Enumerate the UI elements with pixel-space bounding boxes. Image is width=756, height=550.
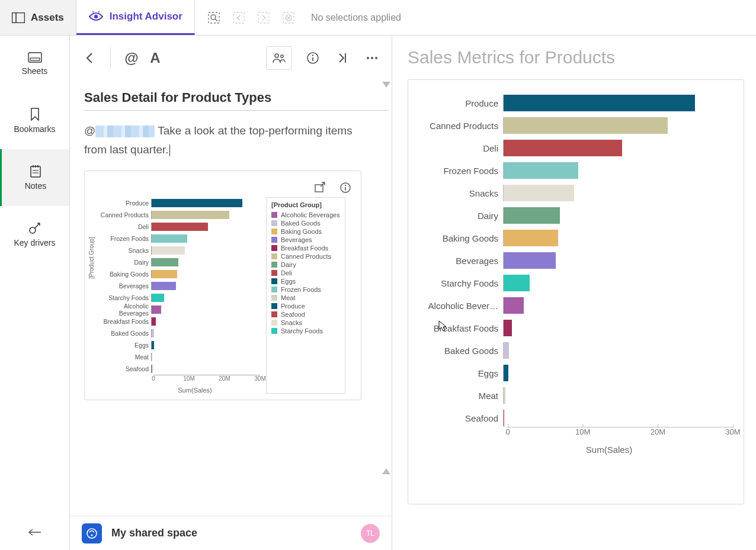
legend-item[interactable]: Alcoholic Beverages [271,211,340,219]
bar-row[interactable]: Starchy Foods [414,274,733,292]
bar[interactable] [504,230,558,246]
bar-row[interactable]: Seafood [414,409,733,427]
chart-snapshot[interactable]: [Product Group] ProduceCanned ProductsDe… [84,171,361,400]
bar-row[interactable]: Snacks [414,184,733,202]
bar-row[interactable]: Deli [414,139,733,157]
sidebar-item-notes[interactable]: Notes [0,149,69,206]
bar[interactable] [504,275,530,291]
back-button[interactable] [81,49,98,67]
legend-label: Canned Products [281,253,331,260]
legend-item[interactable]: Seafood [271,310,340,319]
legend-label: Baked Goods [281,220,321,227]
sidebar-item-sheets[interactable]: Sheets [0,36,69,92]
insight-advisor-button[interactable]: Insight Advisor [76,0,195,35]
legend-label: Alcoholic Beverages [281,211,340,218]
bar-row[interactable]: Beverages [414,252,733,269]
bar[interactable] [504,117,668,134]
bar[interactable] [504,252,556,269]
collapse-right-button[interactable] [334,49,351,67]
svg-point-24 [275,54,278,57]
bar-area [503,162,733,179]
bar[interactable] [504,410,504,426]
bar-row[interactable]: Produce [414,94,733,112]
mini-bar-label: Alcoholic Beverages [94,303,151,317]
share-users-button[interactable] [266,46,292,70]
bar[interactable] [504,342,509,359]
mini-bar [152,317,156,326]
info-button[interactable] [304,49,322,67]
mini-bar-row: Deli [94,221,260,233]
bar-row[interactable]: Dairy [414,207,733,224]
bar-label: Frozen Foods [414,166,503,176]
legend-item[interactable]: Meat [271,294,340,302]
legend-item[interactable]: Frozen Foods [271,285,340,294]
export-icon[interactable] [315,182,326,194]
mention-prefix: @ [84,124,95,137]
bar-row[interactable]: Baked Goods [414,342,733,359]
bar-row[interactable]: Meat [414,387,733,404]
mention-chip[interactable] [95,126,155,137]
legend-label: Snacks [281,319,302,326]
mention-button[interactable]: @ [123,49,140,67]
bar-row[interactable]: Alcoholic Bever… [414,297,733,314]
bar[interactable] [504,185,574,201]
bar[interactable] [504,140,622,156]
bar-row[interactable]: Frozen Foods [414,162,733,179]
bar[interactable] [504,365,508,381]
legend-item[interactable]: Canned Products [271,252,340,260]
svg-point-6 [211,15,216,20]
bar[interactable] [504,320,512,336]
collapse-sidebar-button[interactable] [0,514,69,550]
legend-swatch [271,270,277,276]
user-avatar[interactable]: TL [361,524,380,543]
bar[interactable] [504,387,505,404]
legend: [Product Group] Alcoholic BeveragesBaked… [266,197,345,394]
bar[interactable] [504,207,560,224]
bar-area [503,342,733,359]
mini-bar [152,234,187,243]
legend-item[interactable]: Dairy [271,260,340,269]
scroll-down-icon[interactable] [382,468,390,474]
mini-bar-label: Meat [94,353,151,361]
mini-bar [152,223,208,231]
bar-row[interactable]: Eggs [414,364,733,382]
mini-bar-label: Seafood [94,365,151,372]
svg-point-25 [281,55,284,58]
legend-item[interactable]: Breakfast Foods [271,244,340,252]
sales-bar-chart[interactable]: ProduceCanned ProductsDeliFrozen FoodsSn… [408,79,744,504]
bar[interactable] [504,297,524,314]
svg-rect-9 [258,12,269,23]
legend-item[interactable]: Deli [271,269,340,277]
info-icon[interactable] [339,182,351,194]
panel-icon [12,12,25,23]
sidebar-item-keydrivers[interactable]: Key drivers [0,206,69,263]
legend-item[interactable]: Starchy Foods [271,327,340,335]
legend-item[interactable]: Baked Goods [271,219,340,227]
text-format-button[interactable]: A [146,49,164,67]
bar[interactable] [504,162,578,179]
bar-row[interactable]: Canned Products [414,117,733,134]
legend-item[interactable]: Snacks [271,319,340,327]
legend-item[interactable]: Beverages [271,236,340,244]
bar-area [503,410,733,426]
scroll-up-icon[interactable] [382,82,390,88]
note-text[interactable]: @ Take a look at the top-performing item… [84,121,388,160]
legend-swatch [271,320,277,326]
note-body[interactable]: Sales Detail for Product Types @ Take a … [70,82,392,516]
bar-row[interactable]: Breakfast Foods [414,319,733,337]
legend-label: Beverages [281,236,312,243]
bar[interactable] [504,95,695,111]
note-title[interactable]: Sales Detail for Product Types [84,90,388,105]
more-button[interactable] [363,49,381,67]
legend-item[interactable]: Produce [271,302,340,310]
space-icon[interactable] [82,523,102,543]
sidebar-item-bookmarks[interactable]: Bookmarks [0,92,69,149]
assets-button[interactable]: Assets [0,0,76,35]
space-label[interactable]: My shared space [111,527,197,539]
bar-label: Snacks [414,188,503,198]
legend-item[interactable]: Baking Goods [271,227,340,236]
smart-search-icon[interactable] [208,12,220,24]
legend-item[interactable]: Eggs [271,277,340,285]
mini-bar-label: Baking Goods [94,271,151,278]
bar-row[interactable]: Baking Goods [414,229,733,247]
